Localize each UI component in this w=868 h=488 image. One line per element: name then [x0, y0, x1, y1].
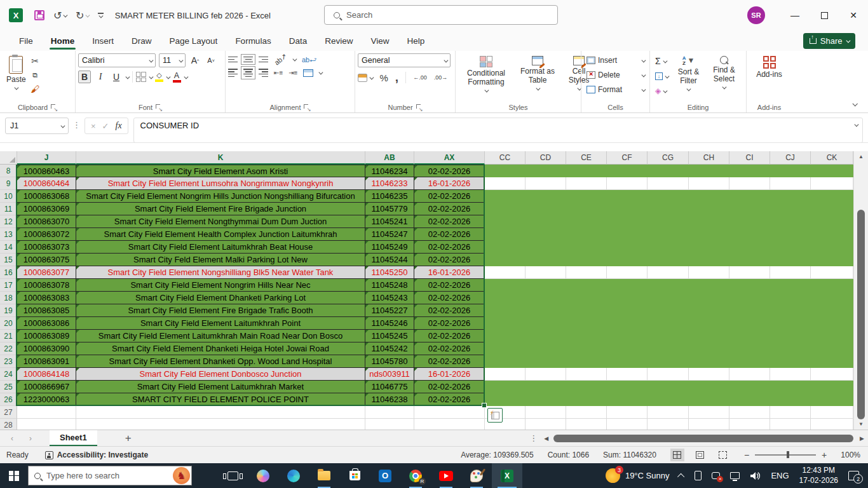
cell-CE17[interactable]: [566, 279, 607, 292]
cell-CI13[interactable]: [729, 228, 770, 241]
cell-CK26[interactable]: [811, 393, 853, 406]
cell-CI11[interactable]: [729, 203, 770, 215]
cell-CD21[interactable]: [526, 330, 566, 342]
cell-AX27[interactable]: [414, 406, 485, 419]
cell-K23[interactable]: Smart City Field Element Dhanketi Opp. W…: [76, 355, 365, 368]
cell-CC22[interactable]: [485, 342, 526, 355]
excel-taskbar-button[interactable]: X: [492, 463, 522, 488]
cell-CI16[interactable]: [729, 266, 770, 279]
cell-CF23[interactable]: [607, 355, 648, 368]
clear-button[interactable]: ◈: [653, 85, 671, 97]
cell-J27[interactable]: [17, 406, 76, 419]
cell-CE19[interactable]: [566, 304, 607, 317]
cell-CD17[interactable]: [526, 279, 566, 292]
horizontal-scrollbar[interactable]: [552, 434, 856, 443]
cell-K19[interactable]: Smart City Field Element Fire Brigade Tr…: [76, 304, 365, 317]
cell-CH26[interactable]: [689, 393, 729, 406]
cell-J24[interactable]: 1000864148: [17, 368, 76, 381]
cell-CF20[interactable]: [607, 317, 648, 330]
cell-CJ15[interactable]: [770, 254, 811, 266]
cell-CC18[interactable]: [485, 292, 526, 304]
network-icon[interactable]: [730, 472, 740, 479]
cell-CJ27[interactable]: [770, 406, 811, 419]
ribbon-tab-insert[interactable]: Insert: [85, 32, 121, 50]
cell-K28[interactable]: [76, 419, 365, 430]
cell-CE14[interactable]: [566, 241, 607, 254]
cell-CG28[interactable]: [648, 419, 689, 430]
cell-CG20[interactable]: [648, 317, 689, 330]
cell-CE8[interactable]: [566, 165, 607, 177]
cell-J12[interactable]: 1000863070: [17, 215, 76, 228]
cell-CG10[interactable]: [648, 190, 689, 203]
cell-CG25[interactable]: [648, 381, 689, 393]
column-header-AB[interactable]: AB: [365, 151, 414, 165]
new-sheet-button[interactable]: +: [125, 432, 132, 445]
ribbon-tab-home[interactable]: Home: [43, 32, 83, 50]
ribbon-tab-view[interactable]: View: [363, 32, 397, 50]
cell-CE27[interactable]: [566, 406, 607, 419]
cell-AX17[interactable]: 02-02-2026: [414, 279, 485, 292]
row-header-14[interactable]: 14: [0, 241, 17, 254]
cell-J26[interactable]: 1223000063: [17, 393, 76, 406]
cell-CG22[interactable]: [648, 342, 689, 355]
cell-CI27[interactable]: [729, 406, 770, 419]
cell-CH9[interactable]: [689, 177, 729, 190]
cell-J22[interactable]: 1000863090: [17, 342, 76, 355]
cell-CF21[interactable]: [607, 330, 648, 342]
cell-J14[interactable]: 1000863073: [17, 241, 76, 254]
cell-J28[interactable]: [17, 419, 76, 430]
weather-widget[interactable]: 3 19°C Sunny: [606, 468, 670, 483]
cell-J18[interactable]: 1000863083: [17, 292, 76, 304]
cell-CD24[interactable]: [526, 368, 566, 381]
cell-CC17[interactable]: [485, 279, 526, 292]
ribbon-tab-draw[interactable]: Draw: [124, 32, 159, 50]
cell-AX8[interactable]: 02-02-2026: [414, 165, 485, 177]
cell-CD16[interactable]: [526, 266, 566, 279]
cell-AX26[interactable]: 02-02-2026: [414, 393, 485, 406]
cell-CK23[interactable]: [811, 355, 853, 368]
worksheet-grid[interactable]: JKABAXCCCDCECFCGCHCICJCK81000860463Smart…: [0, 151, 868, 430]
cell-J11[interactable]: 1000863069: [17, 203, 76, 215]
cell-CI14[interactable]: [729, 241, 770, 254]
cell-CC10[interactable]: [485, 190, 526, 203]
cell-CK16[interactable]: [811, 266, 853, 279]
cell-AX28[interactable]: [414, 419, 485, 430]
cell-CJ12[interactable]: [770, 215, 811, 228]
taskbar-clock[interactable]: 12:43 PM17-02-2026: [799, 466, 838, 485]
cell-K13[interactable]: Smart City Field Element Health Complex …: [76, 228, 365, 241]
formula-input[interactable]: CONSUMER ID: [133, 118, 863, 143]
horizontal-scroll-thumb[interactable]: [553, 435, 853, 442]
zoom-in-button[interactable]: +: [822, 450, 827, 460]
cell-AB21[interactable]: 11045245: [365, 330, 414, 342]
comma-style-icon[interactable]: ,: [395, 74, 398, 81]
cell-J20[interactable]: 1000863086: [17, 317, 76, 330]
excel-app-icon[interactable]: X: [9, 8, 23, 22]
fill-button[interactable]: ↓: [653, 71, 671, 81]
start-button[interactable]: [0, 463, 28, 488]
tray-expand-icon[interactable]: [677, 473, 684, 480]
cell-CH24[interactable]: [689, 368, 729, 381]
cell-CC23[interactable]: [485, 355, 526, 368]
cell-AB17[interactable]: 11045248: [365, 279, 414, 292]
cell-K27[interactable]: [76, 406, 365, 419]
font-color-button[interactable]: A: [173, 72, 181, 83]
ribbon-tab-data[interactable]: Data: [281, 32, 315, 50]
search-box[interactable]: Search: [324, 5, 558, 25]
cell-K15[interactable]: Smart City Feld Element Malki Parking Lo…: [76, 254, 365, 266]
cell-CK28[interactable]: [811, 419, 853, 430]
cell-CK17[interactable]: [811, 279, 853, 292]
increase-indent-icon[interactable]: ⇥≡: [288, 69, 297, 76]
cell-CC8[interactable]: [485, 165, 526, 177]
cell-AB26[interactable]: 11046238: [365, 393, 414, 406]
row-header-17[interactable]: 17: [0, 279, 17, 292]
cell-CF12[interactable]: [607, 215, 648, 228]
cell-CC25[interactable]: [485, 381, 526, 393]
cell-CI12[interactable]: [729, 215, 770, 228]
cell-J23[interactable]: 1000863091: [17, 355, 76, 368]
cell-CD20[interactable]: [526, 317, 566, 330]
cell-CI10[interactable]: [729, 190, 770, 203]
cell-CC19[interactable]: [485, 304, 526, 317]
cell-CH19[interactable]: [689, 304, 729, 317]
cell-AB23[interactable]: 11045780: [365, 355, 414, 368]
vertical-scrollbar[interactable]: ▲ ▼: [853, 151, 868, 430]
